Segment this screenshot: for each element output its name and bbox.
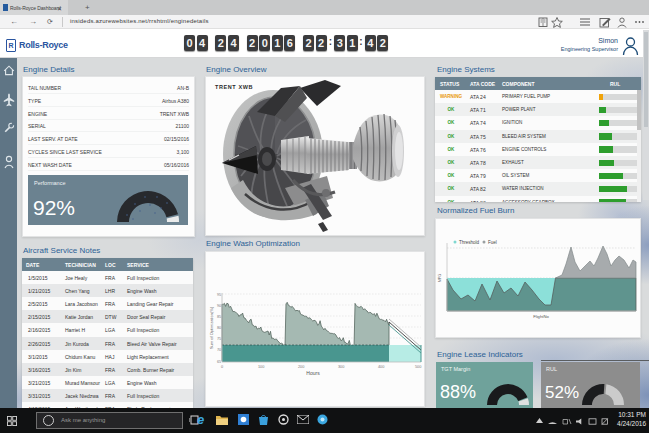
svg-text:90: 90	[217, 304, 221, 308]
svg-text:Sum of Optimization(%): Sum of Optimization(%)	[209, 306, 214, 349]
svg-text:Threshold: Threshold	[459, 240, 480, 245]
svg-text:100: 100	[258, 365, 264, 369]
svg-text:MPG: MPG	[438, 274, 442, 283]
svg-text:400: 400	[378, 365, 384, 369]
svg-text:85: 85	[217, 315, 221, 319]
svg-text:Hours: Hours	[306, 370, 320, 376]
svg-text:95: 95	[217, 293, 221, 297]
svg-text:300: 300	[338, 365, 344, 369]
svg-text:Fuel: Fuel	[488, 240, 497, 245]
svg-text:0: 0	[221, 365, 223, 369]
svg-text:80: 80	[217, 326, 221, 330]
svg-text:500: 500	[415, 365, 421, 369]
svg-text:70: 70	[217, 348, 221, 352]
svg-text:200: 200	[298, 365, 304, 369]
svg-text:65: 65	[217, 360, 221, 364]
svg-text:75: 75	[217, 337, 221, 341]
svg-text:FlightNo: FlightNo	[533, 314, 549, 319]
